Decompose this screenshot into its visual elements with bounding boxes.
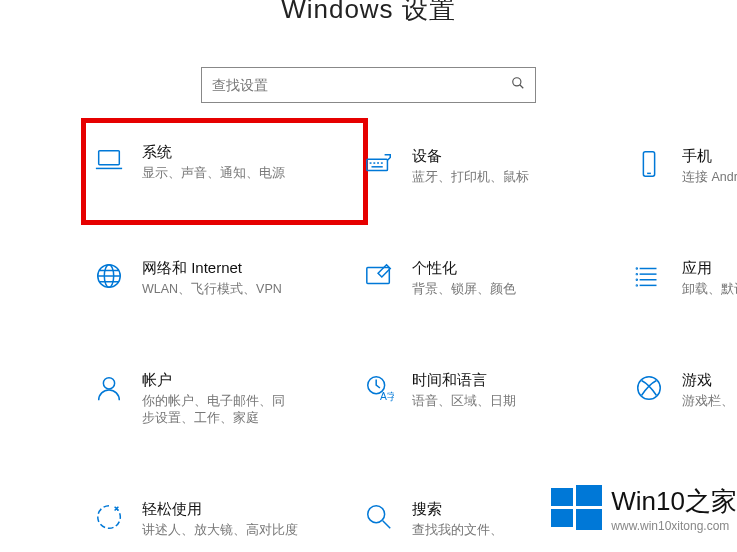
svg-rect-2	[99, 151, 120, 165]
svg-text:A字: A字	[380, 391, 394, 402]
windows-logo-icon	[545, 478, 605, 538]
tile-title: 网络和 Internet	[142, 259, 357, 278]
svg-point-20	[636, 268, 637, 269]
watermark-brand: Win10之家	[611, 484, 737, 519]
svg-point-23	[636, 285, 637, 286]
tile-desc: 你的帐户、电子邮件、同步设置、工作、家庭	[142, 393, 297, 427]
svg-point-21	[636, 274, 637, 275]
tile-personalization[interactable]: 个性化 背景、锁屏、颜色	[362, 255, 627, 302]
laptop-icon	[92, 143, 126, 177]
tile-desc: 蓝牙、打印机、鼠标	[412, 169, 627, 186]
svg-line-1	[520, 85, 524, 89]
svg-rect-33	[576, 509, 602, 530]
svg-point-24	[103, 377, 114, 388]
svg-point-27	[638, 377, 661, 400]
tile-system[interactable]: 系统 显示、声音、通知、电源	[86, 123, 363, 220]
tile-desc: 显示、声音、通知、电源	[142, 165, 357, 182]
tile-desc: 卸载、默认	[682, 281, 737, 298]
ease-icon	[92, 500, 126, 534]
xbox-icon	[632, 371, 666, 405]
search-box[interactable]	[201, 67, 536, 103]
tile-desc: WLAN、飞行模式、VPN	[142, 281, 357, 298]
svg-line-29	[383, 520, 391, 528]
svg-point-28	[368, 505, 385, 522]
svg-rect-10	[643, 152, 654, 176]
tile-gaming[interactable]: 游戏 游戏栏、	[632, 367, 737, 431]
tile-desc: 讲述人、放大镜、高对比度	[142, 522, 357, 539]
svg-point-22	[636, 279, 637, 280]
tile-phone[interactable]: 手机 连接 Android	[632, 143, 737, 190]
tile-title: 帐户	[142, 371, 357, 390]
tile-title: 系统	[142, 143, 357, 162]
time-lang-icon: A字	[362, 371, 396, 405]
tile-title: 游戏	[682, 371, 737, 390]
svg-rect-30	[551, 488, 573, 506]
tile-time-language[interactable]: A字 时间和语言 语音、区域、日期	[362, 367, 627, 431]
search-input[interactable]	[212, 77, 505, 93]
tile-title: 设备	[412, 147, 627, 166]
tile-title: 时间和语言	[412, 371, 627, 390]
watermark-url: www.win10xitong.com	[611, 519, 737, 533]
svg-point-0	[513, 78, 521, 86]
svg-rect-32	[551, 509, 573, 527]
tile-desc: 语音、区域、日期	[412, 393, 627, 410]
search-icon	[511, 76, 525, 94]
keyboard-icon	[362, 147, 396, 181]
tile-apps[interactable]: 应用 卸载、默认	[632, 255, 737, 302]
tile-network[interactable]: 网络和 Internet WLAN、飞行模式、VPN	[92, 255, 357, 302]
brush-icon	[362, 259, 396, 293]
svg-rect-15	[367, 267, 390, 283]
search-icon	[362, 500, 396, 534]
person-icon	[92, 371, 126, 405]
svg-rect-4	[367, 159, 388, 170]
tile-title: 手机	[682, 147, 737, 166]
tile-title: 轻松使用	[142, 500, 357, 519]
search-container	[0, 67, 737, 103]
tile-title: 个性化	[412, 259, 627, 278]
svg-rect-31	[576, 485, 602, 506]
tile-title: 应用	[682, 259, 737, 278]
page-title: Windows 设置	[0, 0, 737, 27]
watermark: Win10之家 www.win10xitong.com	[539, 478, 737, 538]
phone-icon	[632, 147, 666, 181]
tile-desc: 游戏栏、	[682, 393, 737, 410]
globe-icon	[92, 259, 126, 293]
tile-desc: 连接 Android	[682, 169, 737, 186]
apps-icon	[632, 259, 666, 293]
tile-ease-of-access[interactable]: 轻松使用 讲述人、放大镜、高对比度	[92, 496, 357, 543]
tile-accounts[interactable]: 帐户 你的帐户、电子邮件、同步设置、工作、家庭	[92, 367, 357, 431]
tile-devices[interactable]: 设备 蓝牙、打印机、鼠标	[362, 143, 627, 190]
tile-desc: 背景、锁屏、颜色	[412, 281, 627, 298]
